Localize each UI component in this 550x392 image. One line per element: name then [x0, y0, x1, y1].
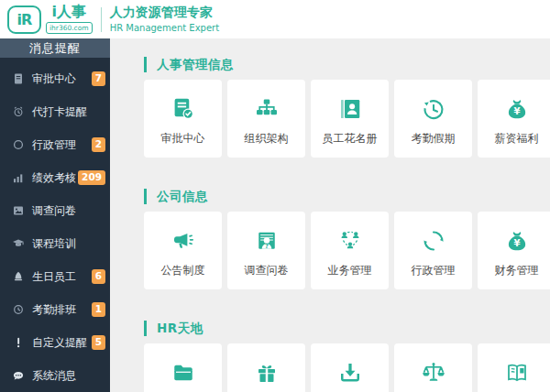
sidebar-item-label: 系统消息 — [32, 368, 76, 384]
svg-text:¥: ¥ — [513, 106, 520, 116]
sidebar-item-label: 审批中心 — [32, 71, 76, 87]
section-title-company-info: 公司信息 — [144, 189, 550, 204]
card-label: 薪资福利 — [495, 131, 539, 147]
card-salary-benefits[interactable]: ¥ 薪资福利 — [478, 80, 550, 158]
people-network-icon — [336, 227, 364, 255]
sidebar-item-label: 考勤排班 — [32, 302, 76, 318]
history-clock-icon — [420, 95, 447, 123]
card-row-company-info: 公告制度 ? 调查问卷 业务管理 行政管理 ¥ 财务管理 — [144, 212, 550, 289]
sidebar-item-label: 代打卡提醒 — [32, 104, 87, 120]
card-approval-center[interactable]: 审批中心 — [144, 80, 222, 158]
section-title-text: 人事管理信息 — [157, 57, 234, 73]
sidebar-item-shift-schedule[interactable]: 考勤排班 1 — [0, 293, 110, 326]
brand-name: i人事 — [52, 5, 86, 20]
section-title-text: 公司信息 — [157, 189, 208, 205]
card-employee-roster[interactable]: 员工花名册 — [311, 80, 389, 158]
title-accent-bar — [144, 189, 147, 204]
card-label: 调查问卷 — [245, 263, 289, 278]
sidebar-item-admin-management[interactable]: 行政管理 2 — [0, 128, 110, 161]
chat-bubble-icon — [12, 369, 25, 382]
money-bag-icon: ¥ — [503, 227, 531, 255]
badge-count: 2 — [92, 137, 105, 152]
main-content: 人事管理信息 审批中心 组织架构 员工花名册 考勤假期 ¥ 薪资福利 — [110, 38, 550, 392]
svg-text:¥: ¥ — [513, 238, 520, 248]
svg-text:?: ? — [265, 243, 269, 250]
card-row-hr-management: 审批中心 组织架构 员工花名册 考勤假期 ¥ 薪资福利 — [144, 80, 550, 158]
open-book-icon — [503, 359, 531, 387]
alarm-clock-icon — [12, 105, 25, 118]
sidebar-item-performance-review[interactable]: 绩效考核 209 — [0, 161, 110, 194]
card-label: 员工花名册 — [323, 131, 378, 147]
card-label: 财务管理 — [495, 263, 539, 278]
circle-icon — [12, 138, 25, 151]
sidebar-item-custom-reminder[interactable]: 自定义提醒 5 — [0, 326, 110, 359]
section-title-text: HR天地 — [157, 321, 204, 337]
tagline-english: HR Management Expert — [110, 23, 219, 33]
card-finance-management[interactable]: ¥ 财务管理 — [478, 212, 550, 289]
sync-circle-icon — [420, 227, 447, 255]
card-hr-world-legal[interactable] — [394, 343, 472, 392]
card-label: 考勤假期 — [412, 131, 456, 147]
org-chart-icon — [253, 95, 280, 123]
graduation-cap-icon — [12, 237, 25, 250]
badge-count: 5 — [92, 335, 105, 350]
sidebar-item-punch-reminder[interactable]: 代打卡提醒 — [0, 95, 110, 128]
megaphone-icon — [170, 227, 197, 255]
sidebar-item-approval-center[interactable]: 审批中心 7 — [0, 62, 110, 95]
card-label: 业务管理 — [328, 263, 372, 278]
survey-person-icon: ? — [253, 227, 280, 255]
app-header: iR i人事 ihr360.com 人力资源管理专家 HR Management… — [0, 0, 550, 38]
folder-icon — [170, 359, 197, 387]
sidebar-header: 消息提醒 — [0, 38, 110, 58]
sidebar-item-label: 课程培训 — [32, 236, 76, 252]
card-hr-world-download[interactable] — [311, 343, 389, 392]
section-title-hr-management: 人事管理信息 — [144, 57, 550, 72]
birthday-icon — [12, 270, 25, 283]
header-divider — [101, 7, 102, 32]
clock-icon — [12, 303, 25, 316]
card-row-hr-world — [144, 343, 550, 392]
money-bag-icon: ¥ — [503, 95, 531, 123]
badge-count: 209 — [78, 170, 105, 185]
scales-icon — [420, 359, 447, 387]
card-label: 审批中心 — [161, 131, 205, 147]
card-business-management[interactable]: 业务管理 — [311, 212, 389, 289]
exclamation-icon — [12, 336, 25, 349]
roster-book-icon — [336, 95, 364, 123]
download-icon — [336, 359, 364, 387]
sidebar-item-survey[interactable]: 调查问卷 — [0, 194, 110, 227]
brand-logo-text: i人事 ihr360.com — [46, 5, 93, 34]
brand-logo-icon: iR — [7, 5, 41, 34]
picture-icon — [12, 204, 25, 217]
sidebar-item-label: 绩效考核 — [32, 170, 76, 186]
notification-sidebar: 消息提醒 审批中心 7 代打卡提醒 行政管理 — [0, 38, 110, 392]
card-admin-management[interactable]: 行政管理 — [394, 212, 472, 289]
sidebar-item-label: 行政管理 — [32, 137, 76, 153]
sidebar-nav: 审批中心 7 代打卡提醒 行政管理 2 — [0, 58, 110, 392]
badge-count: 6 — [92, 269, 105, 284]
card-attendance-leave[interactable]: 考勤假期 — [394, 80, 472, 158]
sidebar-item-birthdays[interactable]: 生日员工 6 — [0, 260, 110, 293]
badge-count: 7 — [92, 71, 105, 86]
sidebar-item-label: 生日员工 — [32, 269, 76, 285]
card-hr-world-folder[interactable] — [144, 343, 222, 392]
document-check-icon — [170, 95, 197, 123]
section-title-hr-world: HR天地 — [144, 321, 550, 336]
sidebar-item-system-messages[interactable]: 系统消息 — [0, 359, 110, 392]
title-accent-bar — [144, 321, 147, 336]
badge-count: 1 — [92, 302, 105, 317]
card-survey[interactable]: ? 调查问卷 — [227, 212, 305, 289]
brand-tagline: 人力资源管理专家 HR Management Expert — [110, 5, 219, 32]
card-label: 行政管理 — [412, 263, 456, 278]
card-hr-world-handbook[interactable] — [478, 343, 550, 392]
card-label: 公告制度 — [161, 263, 205, 278]
card-hr-world-gift[interactable] — [227, 343, 305, 392]
sidebar-item-label: 调查问卷 — [32, 203, 76, 219]
sidebar-item-training[interactable]: 课程培训 — [0, 227, 110, 260]
document-icon — [12, 72, 25, 85]
title-accent-bar — [144, 57, 147, 72]
bar-chart-icon — [12, 171, 25, 184]
sidebar-item-label: 自定义提醒 — [32, 335, 87, 351]
card-announcements[interactable]: 公告制度 — [144, 212, 222, 289]
card-org-structure[interactable]: 组织架构 — [227, 80, 305, 158]
